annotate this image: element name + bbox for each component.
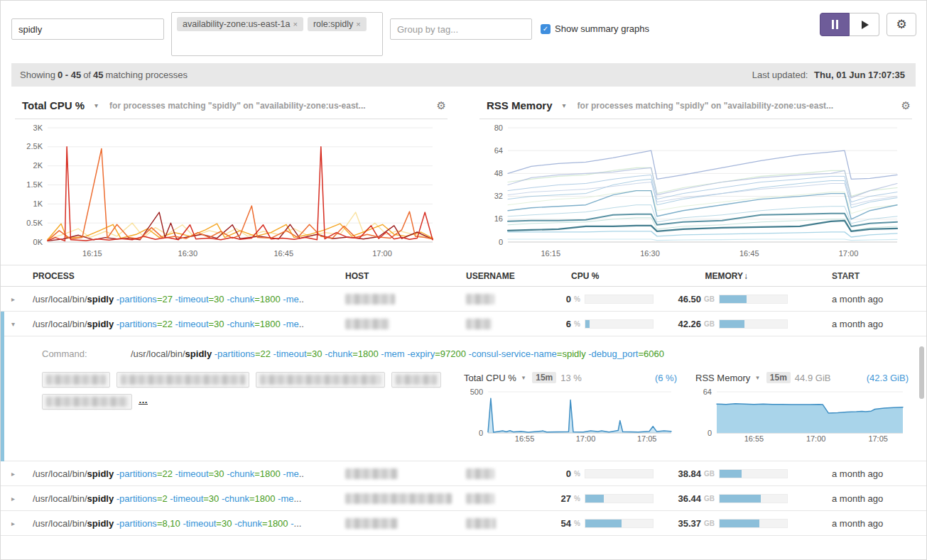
command-flag: -partitions — [114, 468, 157, 479]
username-cell-redacted — [466, 468, 530, 479]
more-tags-link[interactable]: … — [139, 395, 148, 405]
chart-metric-dropdown[interactable]: RSS Memory — [487, 99, 553, 111]
table-row[interactable]: ▾/usr/local/bin/spidly -partitions=22 -t… — [4, 312, 926, 336]
expand-caret-icon[interactable]: ▸ — [11, 520, 33, 527]
command-value: =1800 — [254, 319, 281, 329]
redacted-tag-chip[interactable] — [42, 394, 132, 410]
column-header-host[interactable]: HOST — [345, 271, 466, 281]
cpu-value: 0 — [550, 294, 571, 304]
total-cpu-chart-section: Total CPU % ▾ for processes matching "sp… — [15, 92, 448, 260]
redacted-username — [466, 319, 492, 329]
play-button[interactable] — [850, 13, 879, 36]
tag-filter-box[interactable]: availability-zone:us-east-1a× role:spidl… — [171, 12, 383, 56]
group-by-tag-input[interactable] — [390, 18, 532, 40]
table-row[interactable]: ▸/usr/local/bin/spidly -partitions=27 -t… — [1, 287, 926, 312]
cpu-unit: % — [574, 520, 580, 527]
command-value: =1800 — [249, 493, 276, 504]
redacted-tag-content — [46, 375, 106, 385]
memory-value: 35.37 — [668, 518, 701, 529]
chart-metric-dropdown[interactable]: Total CPU % — [22, 99, 85, 111]
cpu-bar — [585, 319, 654, 329]
chevron-down-icon[interactable]: ▾ — [563, 101, 566, 109]
search-input[interactable] — [11, 18, 164, 40]
memory-bar-fill — [720, 520, 759, 527]
svg-text:32: 32 — [494, 192, 503, 200]
redacted-tag-chip[interactable] — [391, 372, 441, 388]
cpu-value: 27 — [550, 493, 571, 504]
chevron-down-icon[interactable]: ▾ — [756, 374, 759, 381]
remove-tag-icon[interactable]: × — [356, 20, 360, 28]
redacted-tag-chip[interactable] — [42, 372, 110, 388]
scrollbar-thumb[interactable] — [919, 346, 924, 399]
redacted-tag-chip[interactable] — [116, 372, 249, 388]
command-path: /usr/local/bin/ — [33, 493, 87, 504]
pause-button[interactable] — [820, 13, 850, 36]
command-value: =2 — [157, 493, 168, 504]
command-flag: -timeout — [173, 319, 209, 329]
show-summary-graphs-toggle[interactable]: ✓ Show summary graphs — [541, 23, 649, 34]
detail-memory-metric-dropdown[interactable]: RSS Memory — [695, 373, 750, 383]
cpu-cell: 54% — [530, 518, 668, 529]
cpu-unit: % — [574, 495, 580, 503]
command-flag: -chunk — [322, 348, 353, 359]
chevron-down-icon[interactable]: ▾ — [522, 374, 526, 381]
column-header-cpu[interactable]: CPU % — [530, 271, 668, 281]
filter-tag-availability-zone[interactable]: availability-zone:us-east-1a× — [177, 17, 303, 31]
command-value: =30 — [216, 518, 232, 529]
column-header-start[interactable]: START — [832, 271, 914, 281]
cpu-cell: 0% — [530, 468, 668, 479]
table-row[interactable]: ▸/usr/local/bin/spidly -partitions=2 -ti… — [1, 486, 926, 511]
svg-text:17:00: 17:00 — [806, 434, 826, 443]
memory-bar-fill — [720, 295, 747, 303]
command-flag: - — [288, 518, 294, 529]
chart-header: Total CPU % ▾ for processes matching "sp… — [15, 92, 448, 119]
column-header-username[interactable]: USERNAME — [466, 271, 530, 281]
cpu-bar — [585, 494, 654, 503]
chart-gear-icon[interactable]: ⚙ — [901, 99, 911, 112]
command-flag: -chunk — [224, 294, 255, 304]
expand-caret-icon[interactable]: ▸ — [11, 495, 33, 503]
svg-text:0: 0 — [499, 238, 503, 246]
svg-text:16:45: 16:45 — [273, 249, 293, 258]
command-binary: spidly — [87, 493, 114, 504]
filter-tag-role[interactable]: role:spidly× — [308, 17, 367, 31]
command-value: =22 — [157, 468, 173, 479]
username-cell-redacted — [466, 493, 530, 504]
chevron-down-icon[interactable]: ▾ — [94, 101, 98, 109]
svg-text:3K: 3K — [33, 123, 43, 132]
table-row[interactable]: ▸/usr/local/bin/spidly -partitions=8,10 … — [1, 511, 926, 536]
column-header-memory[interactable]: MEMORY↓ — [668, 271, 832, 281]
svg-text:0.5K: 0.5K — [26, 219, 43, 227]
redacted-username — [466, 294, 494, 304]
memory-unit: GB — [704, 295, 715, 303]
detail-cpu-chart-block: Total CPU % ▾ 15m 13 % (6 %) 050016:5517… — [464, 372, 677, 448]
expand-caret-icon[interactable]: ▸ — [11, 295, 33, 303]
command-value: =30 — [209, 468, 224, 479]
cpu-value: 6 — [550, 319, 571, 329]
memory-cell: 36.44GB — [668, 493, 832, 504]
expand-caret-icon[interactable]: ▸ — [11, 470, 33, 478]
command-flag: -timeout — [180, 518, 217, 529]
timerange-badge: 15m — [532, 372, 556, 383]
full-command-text: /usr/local/bin/spidly -partitions=22 -ti… — [131, 348, 664, 361]
command-line: Command: /usr/local/bin/spidly -partitio… — [42, 348, 909, 361]
host-cell-redacted — [345, 294, 466, 304]
redacted-tag-chip[interactable] — [256, 372, 385, 388]
memory-bar — [719, 494, 788, 503]
remove-tag-icon[interactable]: × — [293, 20, 297, 28]
chart-gear-icon[interactable]: ⚙ — [437, 99, 446, 112]
username-cell-redacted — [466, 518, 530, 529]
command-value: =22 — [255, 348, 271, 359]
cpu-value: 54 — [550, 518, 571, 529]
detail-cpu-metric-dropdown[interactable]: Total CPU % — [464, 373, 516, 383]
column-header-process[interactable]: PROCESS — [33, 271, 345, 281]
checkbox-checked-icon[interactable]: ✓ — [541, 24, 551, 34]
table-row[interactable]: ▸/usr/local/bin/spidly -partitions=22 -t… — [1, 461, 926, 486]
collapse-caret-icon[interactable]: ▾ — [11, 320, 33, 328]
command-value: =30 — [209, 319, 224, 329]
svg-text:80: 80 — [494, 123, 503, 132]
command-ellipsis: .. — [299, 294, 304, 304]
settings-button[interactable]: ⚙ — [887, 13, 916, 36]
matching-text: matching processes — [105, 70, 188, 80]
command-flag: -expiry — [405, 348, 435, 359]
